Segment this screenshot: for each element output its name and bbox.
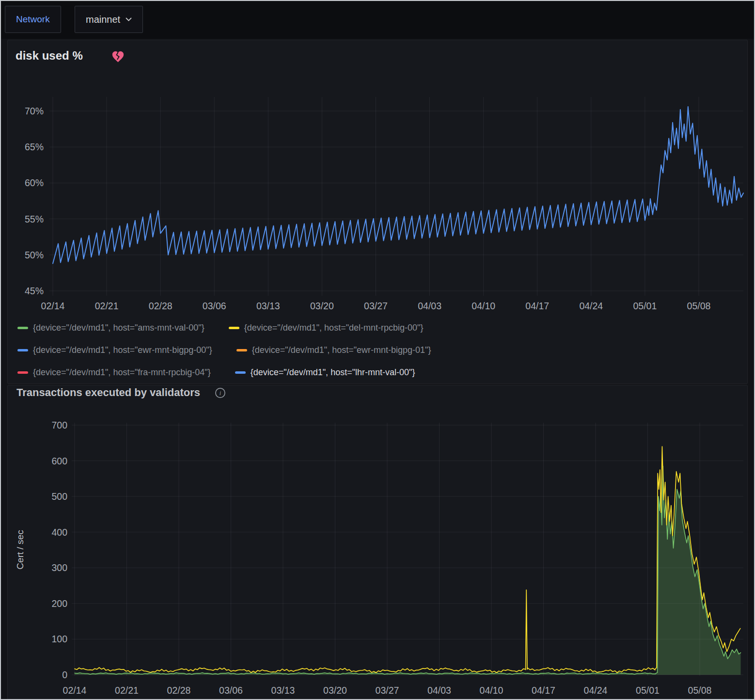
- y-tick-label: 70%: [25, 106, 44, 116]
- x-tick-label: 02/28: [149, 301, 173, 311]
- x-tick-label: 03/13: [271, 685, 295, 696]
- transactions-panel-header: Transactions executed by validators i: [16, 384, 226, 401]
- y-tick-label: 65%: [25, 142, 44, 152]
- legend-series-swatch: [17, 371, 28, 374]
- legend-series-label: {device="/dev/md1", host="ewr-mnt-bigpg-…: [252, 345, 431, 355]
- topbar: Network mainnet: [1, 1, 754, 39]
- legend-series-swatch: [229, 327, 239, 329]
- x-tick-label: 03/20: [323, 685, 347, 696]
- series-line: [75, 466, 741, 674]
- legend-series-label: {device="/dev/md1", host="fra-mnt-rpcbig…: [33, 367, 211, 378]
- x-tick-label: 03/13: [256, 301, 280, 311]
- legend-item[interactable]: {device="/dev/md1", host="del-mnt-rpcbig…: [229, 323, 424, 333]
- x-tick-label: 04/03: [427, 685, 451, 696]
- info-icon[interactable]: i: [215, 387, 226, 398]
- x-tick-label: 02/21: [115, 685, 139, 696]
- transactions-chart[interactable]: 010020030040050060070002/1402/2102/2803/…: [1, 412, 755, 699]
- x-tick-label: 03/20: [310, 301, 334, 311]
- legend-series-label: {device="/dev/md1", host="ams-mnt-val-00…: [33, 323, 204, 333]
- x-tick-label: 05/08: [688, 685, 712, 696]
- x-tick-label: 05/01: [636, 685, 660, 696]
- x-tick-label: 02/21: [95, 301, 119, 311]
- x-tick-label: 03/06: [219, 685, 243, 696]
- legend-series-label: {device="/dev/md1", host="del-mnt-rpcbig…: [244, 323, 424, 333]
- x-tick-label: 02/28: [167, 685, 191, 696]
- y-tick-label: 55%: [25, 214, 44, 224]
- y-tick-label: 300: [51, 562, 67, 573]
- legend-series-label: {device="/dev/md1", host="lhr-mnt-val-00…: [251, 367, 415, 378]
- network-variable-label: Network: [5, 6, 61, 33]
- legend-item[interactable]: {device="/dev/md1", host="fra-mnt-rpcbig…: [17, 367, 211, 378]
- svg-text:i: i: [220, 390, 221, 397]
- legend-item[interactable]: {device="/dev/md1", host="ams-mnt-val-00…: [17, 323, 204, 333]
- x-tick-label: 03/27: [376, 685, 399, 696]
- y-tick-label: 50%: [25, 250, 44, 260]
- y-tick-label: 400: [51, 527, 67, 538]
- legend-row: {device="/dev/md1", host="ewr-mnt-bigpg-…: [17, 339, 735, 361]
- disk-used-chart[interactable]: 45%50%55%60%65%70%02/1402/2102/2803/0603…: [1, 39, 755, 318]
- y-tick-label: 700: [51, 420, 67, 430]
- y-tick-label: 0: [62, 669, 67, 680]
- transactions-panel-title[interactable]: Transactions executed by validators: [16, 386, 200, 399]
- x-tick-label: 04/10: [472, 301, 495, 311]
- series-line: [75, 446, 740, 672]
- legend-row: {device="/dev/md1", host="fra-mnt-rpcbig…: [17, 361, 735, 383]
- network-variable-select[interactable]: mainnet: [75, 6, 143, 33]
- x-tick-label: 02/14: [41, 301, 65, 311]
- y-tick-label: 600: [51, 456, 67, 466]
- x-tick-label: 05/08: [687, 301, 711, 311]
- x-tick-label: 03/06: [203, 301, 226, 311]
- chevron-down-icon: [126, 17, 132, 22]
- x-tick-label: 04/03: [418, 301, 441, 311]
- network-variable-value: mainnet: [86, 14, 120, 25]
- legend-series-swatch: [236, 349, 247, 351]
- legend-series-swatch: [17, 327, 28, 329]
- x-tick-label: 04/24: [584, 685, 608, 696]
- series-fill: [75, 466, 741, 675]
- y-tick-label: 45%: [25, 286, 44, 296]
- legend-item[interactable]: {device="/dev/md1", host="ewr-mnt-bigpg-…: [236, 345, 431, 355]
- legend-series-swatch: [17, 349, 28, 351]
- x-tick-label: 04/17: [525, 301, 549, 311]
- grafana-dashboard: Network mainnet disk used % 45%50%55%60%…: [0, 0, 755, 700]
- x-tick-label: 04/24: [579, 301, 603, 311]
- y-tick-label: 200: [51, 598, 67, 609]
- x-tick-label: 02/14: [63, 685, 87, 696]
- y-tick-label: 500: [51, 491, 67, 502]
- y-tick-label: 100: [51, 634, 67, 644]
- legend-item[interactable]: {device="/dev/md1", host="ewr-mnt-bigpg-…: [17, 345, 212, 355]
- legend-series-label: {device="/dev/md1", host="ewr-mnt-bigpg-…: [33, 345, 212, 355]
- x-tick-label: 03/27: [364, 301, 388, 311]
- y-tick-label: 60%: [25, 177, 44, 188]
- x-tick-label: 04/10: [480, 685, 503, 696]
- disk-legend: {device="/dev/md1", host="ams-mnt-val-00…: [17, 317, 735, 383]
- legend-item[interactable]: {device="/dev/md1", host="lhr-mnt-val-00…: [235, 367, 415, 378]
- x-tick-label: 04/17: [532, 685, 555, 696]
- x-tick-label: 05/01: [633, 301, 657, 311]
- legend-row: {device="/dev/md1", host="ams-mnt-val-00…: [17, 317, 735, 339]
- legend-series-swatch: [235, 371, 246, 374]
- series-line: [53, 107, 743, 263]
